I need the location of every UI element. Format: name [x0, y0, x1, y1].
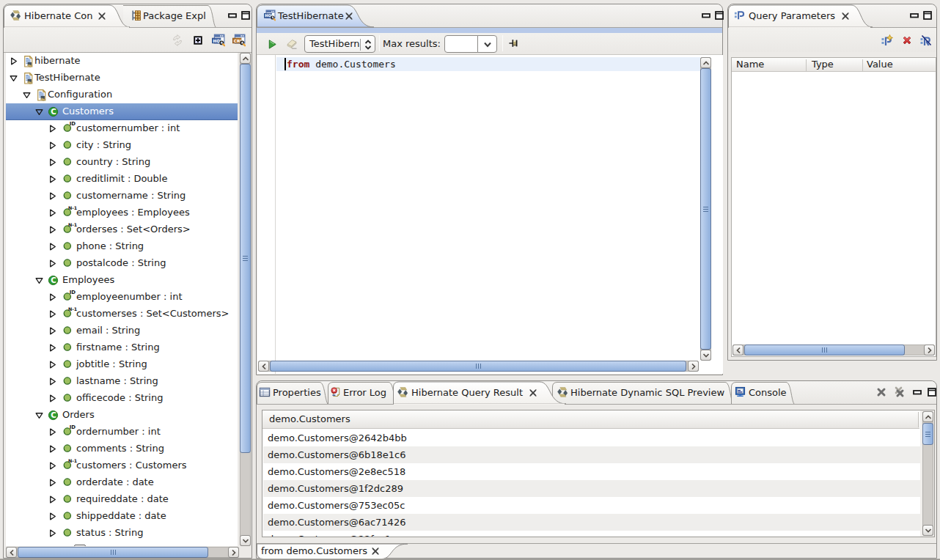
tree-item-Employees[interactable]: Employees — [6, 272, 238, 289]
open-criteria-editor-icon[interactable] — [232, 34, 246, 47]
tree-item-status[interactable]: status : String — [6, 525, 238, 542]
expander-collapsed-icon[interactable] — [48, 495, 56, 504]
minimize-icon[interactable] — [913, 388, 922, 397]
tree-item-officecode[interactable]: officecode : String — [6, 390, 238, 407]
tree-item-postalcode[interactable]: postalcode : String — [6, 255, 238, 272]
new-parameter-icon[interactable] — [881, 34, 893, 46]
tab-query-result-from-demo-customers[interactable]: from demo.Customers — [257, 544, 412, 559]
close-icon[interactable] — [345, 12, 353, 21]
maximize-icon[interactable] — [928, 388, 936, 397]
expander-collapsed-icon[interactable] — [48, 141, 56, 150]
expand-all-icon[interactable] — [193, 35, 203, 45]
tab-package-explorer[interactable]: Package Expl — [123, 4, 222, 27]
tree-item-firstname[interactable]: firstname : String — [6, 339, 238, 356]
expander-collapsed-icon[interactable] — [48, 377, 56, 386]
result-vertical-scrollbar[interactable] — [922, 411, 933, 536]
editor-content[interactable]: from demo.Customers — [257, 55, 723, 374]
expander-collapsed-icon[interactable] — [48, 209, 56, 217]
result-table-header[interactable]: demo.Customers — [262, 410, 919, 429]
tree-item-Configuration[interactable]: Configuration — [6, 86, 238, 103]
tree-item-customername[interactable]: customername : String — [6, 188, 238, 205]
expander-collapsed-icon[interactable] — [48, 158, 56, 166]
expander-collapsed-icon[interactable] — [48, 192, 56, 200]
tree-item-shippeddate[interactable]: shippeddate : date — [6, 508, 238, 525]
expander-collapsed-icon[interactable] — [48, 361, 56, 369]
tree-item-lastname[interactable]: lastname : String — [6, 373, 238, 390]
editor-vertical-scrollbar[interactable] — [700, 57, 711, 361]
tree-horizontal-scrollbar[interactable] — [6, 547, 239, 558]
expander-collapsed-icon[interactable] — [48, 327, 56, 335]
expander-collapsed-icon[interactable] — [48, 445, 56, 453]
run-icon[interactable] — [267, 38, 278, 50]
result-row[interactable]: demo.Customers@2642b4bb — [263, 430, 920, 446]
expander-expanded-icon[interactable] — [35, 276, 43, 284]
expander-collapsed-icon[interactable] — [48, 175, 56, 183]
tree-item-orderdate[interactable]: orderdate : date — [6, 474, 238, 491]
expander-collapsed-icon[interactable] — [48, 394, 56, 402]
maximize-icon[interactable] — [923, 11, 932, 20]
expander-collapsed-icon[interactable] — [48, 259, 56, 268]
tree-item-ordernumber[interactable]: ordernumber : int — [6, 424, 238, 441]
tab-hibernate-query-result[interactable]: Hibernate Query Result — [393, 381, 569, 404]
expander-collapsed-icon[interactable] — [48, 462, 56, 470]
tree-item-TestHibernate[interactable]: TestHibernate — [6, 70, 238, 86]
close-all-results-icon[interactable] — [893, 386, 905, 398]
tree-item-phone[interactable]: phone : String — [6, 238, 238, 255]
expander-expanded-icon[interactable] — [35, 108, 43, 116]
expander-collapsed-icon[interactable] — [48, 479, 56, 487]
remove-parameter-icon[interactable] — [901, 34, 913, 46]
tree-item-customerses[interactable]: customerses : Set<Customers> — [6, 306, 238, 323]
close-icon[interactable] — [98, 12, 106, 21]
result-row[interactable]: demo.Customers@6b18e1c6 — [263, 446, 920, 463]
tree-item-email[interactable]: email : String — [6, 323, 238, 339]
editor-horizontal-scrollbar[interactable] — [258, 361, 699, 372]
tree-item-Orders[interactable]: Orders — [6, 407, 238, 424]
expander-collapsed-icon[interactable] — [48, 344, 56, 352]
result-row[interactable]: demo.Customers@2e8ec518 — [263, 463, 920, 480]
tree-item-comments[interactable]: comments : String — [6, 441, 238, 457]
result-row[interactable]: demo.Customers@753ec05c — [263, 497, 920, 514]
refresh-icon[interactable] — [172, 34, 183, 46]
tree-item-customernumber[interactable]: customernumber : int — [6, 120, 238, 137]
tree-item-employees[interactable]: employees : Employees — [6, 205, 238, 221]
tree-item-country[interactable]: country : String — [6, 154, 238, 171]
expander-expanded-icon[interactable] — [23, 91, 31, 99]
column-type[interactable]: Type — [812, 59, 834, 70]
close-icon[interactable] — [841, 12, 850, 21]
expander-collapsed-icon[interactable] — [48, 529, 56, 537]
result-row[interactable]: demo.Customers@22fce1e — [263, 531, 920, 537]
close-result-icon[interactable] — [876, 387, 886, 397]
tree-item-hibernate[interactable]: hibernate — [6, 53, 238, 70]
tree-item-Customers[interactable]: Customers — [6, 103, 238, 120]
tab-hibernate-configurations[interactable]: Hibernate Con — [4, 4, 130, 27]
minimize-icon[interactable] — [228, 11, 237, 20]
tab-testhibernate-editor[interactable]: TestHibernate — [257, 4, 377, 27]
maximize-icon[interactable] — [241, 11, 250, 20]
tree-item-customers[interactable]: customers : Customers — [6, 457, 238, 474]
expander-collapsed-icon[interactable] — [48, 512, 56, 520]
pin-editor-icon[interactable] — [509, 37, 519, 49]
hibernate-config-tree[interactable]: hibernateTestHibernateConfigurationCusto… — [6, 53, 238, 546]
tab-properties[interactable]: Properties — [257, 381, 337, 404]
open-hql-editor-icon[interactable] — [212, 34, 225, 47]
expander-collapsed-icon[interactable] — [48, 243, 56, 251]
tree-item-creditlimit[interactable]: creditlimit : Double — [6, 171, 238, 188]
maximize-icon[interactable] — [715, 11, 724, 20]
toggle-parameters-icon[interactable] — [920, 34, 932, 46]
console-configuration-combo[interactable]: TestHibern — [304, 35, 375, 53]
tab-query-parameters[interactable]: Query Parameters — [728, 4, 875, 27]
close-icon[interactable] — [371, 547, 380, 556]
tree-vertical-scrollbar[interactable] — [240, 53, 251, 546]
expander-collapsed-icon[interactable] — [10, 57, 18, 65]
expander-expanded-icon[interactable] — [10, 74, 18, 82]
expander-expanded-icon[interactable] — [35, 411, 43, 419]
result-row[interactable]: demo.Customers@1f2dc289 — [263, 480, 920, 497]
column-value[interactable]: Value — [867, 59, 893, 70]
column-name[interactable]: Name — [736, 59, 764, 70]
expander-collapsed-icon[interactable] — [48, 428, 56, 436]
minimize-icon[interactable] — [910, 11, 919, 20]
tree-item-orderses[interactable]: orderses : Set<Orders> — [6, 221, 238, 238]
tree-item-jobtitle[interactable]: jobtitle : String — [6, 356, 238, 373]
result-row[interactable]: demo.Customers@6ac71426 — [263, 514, 920, 531]
expander-collapsed-icon[interactable] — [48, 310, 56, 318]
